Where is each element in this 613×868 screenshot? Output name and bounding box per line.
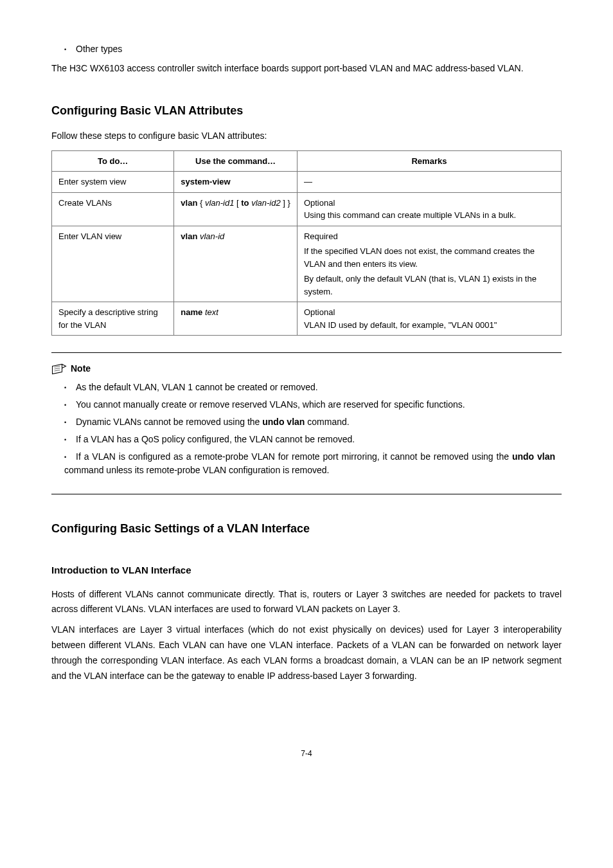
cmd-arg: vlan-id	[200, 231, 224, 241]
intro-bullet: Other types	[64, 42, 562, 56]
svg-line-2	[55, 370, 60, 371]
section-heading-basic-vlan: Configuring Basic VLAN Attributes	[51, 102, 562, 120]
cell-command: vlan { vlan-id1 [ to vlan-id2 ] }	[174, 192, 298, 226]
table-row: Specify a descriptive string for the VLA…	[52, 302, 562, 336]
cmd-keyword: to	[241, 198, 249, 208]
cell-todo: Create VLANs	[52, 192, 174, 226]
cmd-text: system-view	[181, 177, 230, 186]
remark-line: If the specified VLAN does not exist, th…	[304, 245, 555, 270]
remark-line: Required	[304, 230, 555, 243]
cell-command: name text	[174, 302, 298, 336]
cmd-keyword: vlan	[181, 231, 197, 241]
cmd-arg: vlan-id2	[251, 198, 281, 208]
remark-line: By default, only the default VLAN (that …	[304, 273, 555, 298]
table-header-row: To do… Use the command… Remarks	[52, 150, 562, 172]
svg-line-0	[55, 366, 60, 367]
remark-line: Optional	[304, 306, 555, 319]
note-box: Note As the default VLAN, VLAN 1 cannot …	[51, 352, 562, 494]
cmd-sep: {	[197, 198, 205, 208]
cmd-sep: [	[234, 198, 241, 208]
intro-paragraph: The H3C WX6103 access controller switch …	[51, 61, 562, 77]
table-row: Enter system view system-view —	[52, 172, 562, 193]
note-text: You cannot manually create or remove res…	[76, 399, 465, 410]
cell-todo: Specify a descriptive string for the VLA…	[52, 302, 174, 336]
cell-todo: Enter system view	[52, 172, 174, 193]
vlan-attributes-table: To do… Use the command… Remarks Enter sy…	[51, 150, 562, 336]
note-cmd: undo vlan	[512, 451, 555, 462]
note-header: Note	[51, 362, 562, 375]
section2-para1: Hosts of different VLANs cannot communic…	[51, 587, 562, 618]
note-bullet: If a VLAN is configured as a remote-prob…	[64, 450, 562, 477]
note-text: As the default VLAN, VLAN 1 cannot be cr…	[76, 382, 318, 392]
svg-line-1	[55, 368, 60, 369]
note-text: command unless its remote-probe VLAN con…	[64, 465, 329, 475]
section-heading-vlan-interface: Configuring Basic Settings of a VLAN Int…	[51, 520, 562, 538]
cmd-keyword: name	[181, 307, 202, 317]
note-label: Note	[71, 362, 91, 375]
note-text: If a VLAN has a QoS policy configured, t…	[76, 434, 355, 444]
note-text: If a VLAN is configured as a remote-prob…	[76, 451, 512, 462]
note-text: command.	[305, 417, 349, 427]
section1-lead: Follow these steps to configure basic VL…	[51, 129, 562, 144]
note-cmd: undo vlan	[262, 417, 305, 427]
cmd-sep: ] }	[281, 198, 290, 208]
note-icon	[51, 363, 67, 375]
remark-line: Using this command can create multiple V…	[304, 209, 555, 222]
section2-para2: VLAN interfaces are Layer 3 virtual inte…	[51, 622, 562, 683]
cell-remarks: Optional VLAN ID used by default, for ex…	[297, 302, 561, 336]
note-bullet: Dynamic VLANs cannot be removed using th…	[64, 415, 562, 429]
cell-todo: Enter VLAN view	[52, 226, 174, 302]
table-row: Create VLANs vlan { vlan-id1 [ to vlan-i…	[52, 192, 562, 226]
cmd-arg: vlan-id1	[205, 198, 235, 208]
sub-heading-intro-vlan-interface: Introduction to VLAN Interface	[51, 563, 562, 578]
remark-line: Optional	[304, 197, 555, 210]
note-bullet: As the default VLAN, VLAN 1 cannot be cr…	[64, 381, 562, 394]
table-row: Enter VLAN view vlan vlan-id Required If…	[52, 226, 562, 302]
cell-command: vlan vlan-id	[174, 226, 298, 302]
col-header-command: Use the command…	[174, 150, 298, 172]
cmd-keyword: vlan	[181, 198, 197, 208]
cell-remarks: —	[297, 172, 561, 193]
cell-command: system-view	[174, 172, 298, 193]
page-number: 7-4	[51, 748, 562, 759]
cell-remarks: Optional Using this command can create m…	[297, 192, 561, 226]
col-header-remarks: Remarks	[297, 150, 561, 172]
cell-remarks: Required If the specified VLAN does not …	[297, 226, 561, 302]
note-bullet: If a VLAN has a QoS policy configured, t…	[64, 433, 562, 446]
cmd-arg: text	[205, 307, 218, 317]
col-header-todo: To do…	[52, 150, 174, 172]
intro-bullet-text: Other types	[76, 44, 122, 54]
note-text: Dynamic VLANs cannot be removed using th…	[76, 417, 262, 427]
note-bullets: As the default VLAN, VLAN 1 cannot be cr…	[51, 381, 562, 477]
remark-line: VLAN ID used by default, for example, "V…	[304, 319, 555, 332]
note-bullet: You cannot manually create or remove res…	[64, 398, 562, 411]
